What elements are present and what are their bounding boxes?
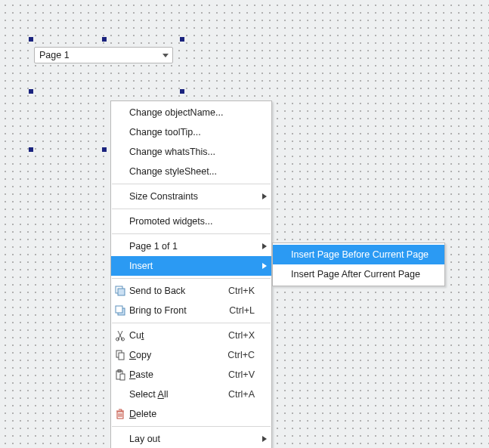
shortcut: Ctrl+K <box>224 286 255 296</box>
menu-label: Send to Back <box>129 286 209 296</box>
menu-promoted-widgets[interactable]: Promoted widgets... <box>111 212 271 231</box>
menu-change-whatsthis[interactable]: Change whatsThis... <box>111 142 271 162</box>
menu-label: Copy <box>129 350 209 360</box>
shortcut: Ctrl+L <box>224 305 255 316</box>
shortcut: Ctrl+A <box>224 389 255 400</box>
blank-icon <box>111 236 129 256</box>
insert-submenu: Insert Page Before Current Page Insert P… <box>272 243 445 286</box>
send-to-back-icon <box>111 281 129 301</box>
shortcut: Ctrl+X <box>224 330 255 341</box>
blank-icon <box>111 212 129 231</box>
blank-icon <box>111 385 129 404</box>
shortcut: Ctrl+V <box>224 369 255 380</box>
submenu-arrow-icon <box>262 436 267 442</box>
menu-label: Lay out <box>129 434 255 444</box>
selection-handle[interactable] <box>180 89 184 94</box>
menu-label: Bring to Front <box>129 305 209 316</box>
menu-label: Promoted widgets... <box>129 216 255 227</box>
blank-icon <box>273 264 291 284</box>
svg-rect-10 <box>120 374 125 380</box>
copy-icon <box>111 345 129 365</box>
menu-label: Change styleSheet... <box>129 166 255 177</box>
menu-separator <box>112 278 271 279</box>
menu-change-objectname[interactable]: Change objectName... <box>111 103 271 122</box>
menu-label: Cut <box>129 330 209 341</box>
blank-icon <box>111 187 129 206</box>
menu-label: Insert Page After Current Page <box>291 269 428 280</box>
menu-label: Insert <box>129 261 255 271</box>
paste-icon <box>111 365 129 385</box>
menu-delete[interactable]: Delete <box>111 404 271 424</box>
menu-label: Select All <box>129 389 209 400</box>
submenu-arrow-icon <box>262 193 267 199</box>
menu-bring-to-front[interactable]: Bring to Front Ctrl+L <box>111 301 271 320</box>
menu-separator <box>112 184 271 184</box>
menu-label: Page 1 of 1 <box>129 241 255 252</box>
submenu-insert-before[interactable]: Insert Page Before Current Page <box>273 245 444 264</box>
menu-page-status[interactable]: Page 1 of 1 <box>111 236 271 256</box>
svg-rect-7 <box>119 353 124 360</box>
menu-size-constraints[interactable]: Size Constraints <box>111 187 271 206</box>
svg-rect-1 <box>118 289 125 295</box>
menu-copy[interactable]: Copy Ctrl+C <box>111 345 271 365</box>
menu-insert[interactable]: Insert <box>111 256 271 276</box>
selection-handle[interactable] <box>29 147 33 152</box>
blank-icon <box>111 256 129 276</box>
blank-icon <box>111 142 129 162</box>
bring-to-front-icon <box>111 301 129 320</box>
menu-label: Size Constraints <box>129 191 255 202</box>
menu-label: Change whatsThis... <box>129 147 255 157</box>
selection-handle[interactable] <box>102 147 107 152</box>
svg-rect-9 <box>118 370 121 372</box>
blank-icon <box>111 122 129 142</box>
selection-handle[interactable] <box>29 37 33 42</box>
menu-label: Change toolTip... <box>129 127 255 137</box>
blank-icon <box>111 162 129 181</box>
menu-separator <box>112 233 271 234</box>
menu-label: Insert Page Before Current Page <box>291 249 429 260</box>
selection-handle[interactable] <box>180 37 184 42</box>
selection-handle[interactable] <box>29 89 33 94</box>
menu-change-stylesheet[interactable]: Change styleSheet... <box>111 162 271 181</box>
page-combobox-value: Page 1 <box>39 50 70 60</box>
submenu-arrow-icon <box>262 263 267 269</box>
shortcut: Ctrl+C <box>224 350 255 360</box>
menu-layout[interactable]: Lay out <box>111 429 271 448</box>
menu-paste[interactable]: Paste Ctrl+V <box>111 365 271 385</box>
submenu-arrow-icon <box>262 243 267 249</box>
delete-icon <box>111 404 129 424</box>
menu-label: Delete <box>129 409 255 419</box>
menu-separator <box>112 426 271 427</box>
svg-rect-3 <box>116 306 122 313</box>
menu-label: Change objectName... <box>129 107 255 118</box>
chevron-down-icon <box>159 48 172 63</box>
blank-icon <box>111 103 129 122</box>
blank-icon <box>273 245 291 264</box>
menu-separator <box>112 209 271 209</box>
menu-cut[interactable]: Cut Ctrl+X <box>111 326 271 345</box>
blank-icon <box>111 429 129 448</box>
selection-handle[interactable] <box>102 37 107 42</box>
context-menu: Change objectName... Change toolTip... C… <box>110 100 272 448</box>
menu-separator <box>112 323 271 323</box>
menu-label: Paste <box>129 369 209 380</box>
menu-send-to-back[interactable]: Send to Back Ctrl+K <box>111 281 271 301</box>
cut-icon <box>111 326 129 345</box>
menu-select-all[interactable]: Select All Ctrl+A <box>111 385 271 404</box>
page-combobox[interactable]: Page 1 <box>34 47 173 63</box>
menu-change-tooltip[interactable]: Change toolTip... <box>111 122 271 142</box>
submenu-insert-after[interactable]: Insert Page After Current Page <box>273 264 444 284</box>
